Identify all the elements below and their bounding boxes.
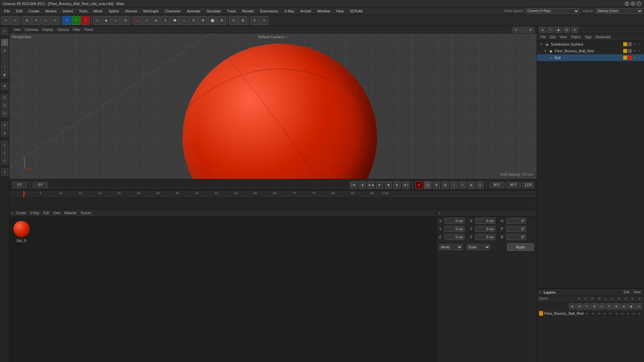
mat-menu-create[interactable]: Create bbox=[15, 210, 28, 216]
tc-record[interactable]: ● bbox=[415, 181, 423, 189]
tc-keyframe[interactable]: ◎ bbox=[424, 181, 431, 189]
obj-icon-3[interactable]: ◉ bbox=[555, 27, 562, 33]
menu-volume[interactable]: Volume bbox=[122, 8, 140, 14]
layer-ctrl-8[interactable]: ★ bbox=[621, 303, 627, 309]
coord-input-x[interactable] bbox=[444, 218, 465, 224]
layer-ctrl-4[interactable]: ⊞ bbox=[591, 303, 598, 309]
coord-input-z2[interactable] bbox=[475, 234, 495, 240]
menu-extensions[interactable]: Extensions bbox=[258, 8, 281, 14]
toolbar-z-axis[interactable]: Z bbox=[81, 16, 90, 25]
tc-vray1[interactable]: ◈ bbox=[468, 181, 475, 189]
layer-ctrl-10[interactable]: ⊙ bbox=[635, 303, 642, 309]
material-ball[interactable] bbox=[13, 221, 30, 237]
menu-mesh[interactable]: Mesh bbox=[91, 8, 105, 14]
max-frame-input[interactable] bbox=[522, 182, 534, 188]
obj-item-ball-red[interactable]: ▼ ◉ Flexi_Bouncy_Ball_Red ✕ ✕ bbox=[537, 48, 644, 54]
scale-dropdown[interactable]: Scale bbox=[467, 244, 490, 250]
mat-menu-vray[interactable]: V-Ray bbox=[29, 210, 41, 216]
obj-menu-edit[interactable]: Edit bbox=[548, 35, 557, 40]
maximize-button[interactable]: □ bbox=[631, 1, 635, 6]
toolbar-plugin4[interactable]: ✦ bbox=[161, 16, 170, 25]
left-btn-edges[interactable]: ⌇ bbox=[1, 63, 8, 70]
mat-menu-edit[interactable]: Edit bbox=[42, 210, 50, 216]
coord-input-b[interactable] bbox=[506, 234, 526, 240]
obj-menu-file[interactable]: File bbox=[539, 35, 547, 40]
toolbar-plugin2[interactable]: ⬡ bbox=[142, 16, 151, 25]
toolbar-x-axis[interactable]: X bbox=[62, 16, 71, 25]
layer-l-1[interactable]: ● bbox=[608, 312, 612, 315]
mat-menu-texture[interactable]: Texture bbox=[79, 210, 93, 216]
end-frame-input[interactable] bbox=[489, 182, 504, 188]
menu-modes[interactable]: Modes bbox=[43, 8, 59, 14]
left-btn-s3[interactable]: Ⓢ bbox=[1, 110, 8, 117]
menu-character[interactable]: Character bbox=[162, 8, 183, 14]
menu-mograph[interactable]: MoGraph bbox=[141, 8, 161, 14]
menu-arnold[interactable]: Arnold bbox=[298, 8, 314, 14]
vp-icon-2[interactable]: ↕ bbox=[520, 27, 527, 33]
tc-timeline2[interactable]: ≡ bbox=[459, 181, 466, 189]
obj-icon-2[interactable]: ✎ bbox=[547, 27, 554, 33]
layer-a-1[interactable]: ● bbox=[614, 312, 619, 315]
obj-menu-object[interactable]: Object bbox=[570, 35, 582, 40]
left-btn-paint[interactable]: ⊗ bbox=[1, 121, 8, 129]
toolbar-plugin8[interactable]: ✿ bbox=[199, 16, 207, 25]
material-hamburger[interactable]: ≡ bbox=[11, 211, 13, 215]
toolbar-plugin7[interactable]: ⊕ bbox=[189, 16, 198, 25]
obj-icon-5[interactable]: ★ bbox=[571, 27, 578, 33]
coords-hamburger[interactable]: ≡ bbox=[438, 211, 440, 215]
tc-goto-start[interactable]: |◄ bbox=[350, 181, 357, 189]
toolbar-redo[interactable]: ↪ bbox=[11, 16, 19, 25]
start-frame-input[interactable] bbox=[33, 182, 48, 188]
tc-goto-end[interactable]: ►| bbox=[402, 181, 410, 189]
menu-edit[interactable]: Edit bbox=[13, 8, 25, 14]
current-frame-input[interactable] bbox=[12, 182, 27, 188]
tc-prev-frame[interactable]: ◄ bbox=[359, 181, 366, 189]
menu-create[interactable]: Create bbox=[26, 8, 42, 14]
layer-r-1[interactable]: ● bbox=[596, 312, 601, 315]
tc-stop[interactable]: ■ bbox=[385, 181, 392, 189]
vp-menu-view[interactable]: View bbox=[12, 27, 22, 32]
coord-input-y[interactable] bbox=[444, 226, 465, 232]
minimize-button[interactable]: ─ bbox=[625, 1, 629, 6]
left-btn-model[interactable]: ◻ bbox=[1, 39, 8, 46]
playhead[interactable] bbox=[23, 191, 24, 198]
viewport[interactable]: Perspective Default Camera ☆ Grid Spacin… bbox=[9, 34, 537, 179]
toolbar-rotate[interactable]: ↻ bbox=[51, 16, 59, 25]
menu-tools[interactable]: Tools bbox=[76, 8, 90, 14]
menu-3dtoall[interactable]: 3DToAll bbox=[347, 8, 365, 14]
layer-ctrl-9[interactable]: ◉ bbox=[628, 303, 635, 309]
layer-e-1[interactable]: ● bbox=[632, 312, 636, 315]
toolbar-plugin6[interactable]: ◇ bbox=[180, 16, 189, 25]
toolbar-object[interactable]: ◻ bbox=[93, 16, 102, 25]
left-btn-layers1[interactable]: ≡ bbox=[1, 141, 8, 148]
world-dropdown[interactable]: World Object bbox=[439, 244, 463, 250]
obj-menu-view[interactable]: View bbox=[558, 35, 568, 40]
fps-input[interactable] bbox=[506, 182, 521, 188]
toolbar-plugin1[interactable]: ◎ bbox=[133, 16, 142, 25]
toolbar-camera[interactable]: ⊙ bbox=[250, 16, 259, 25]
vp-icon-1[interactable]: ⊡ bbox=[513, 27, 519, 33]
toolbar-undo[interactable]: ↩ bbox=[1, 16, 10, 25]
coord-input-z[interactable] bbox=[444, 234, 465, 240]
layer-ctrl-1[interactable]: ◈ bbox=[569, 303, 576, 309]
menu-window[interactable]: Window bbox=[314, 8, 333, 14]
layer-ctrl-7[interactable]: ⊠ bbox=[613, 303, 620, 309]
layer-ctrl-6[interactable]: ✎ bbox=[606, 303, 612, 309]
layers-menu-edit[interactable]: Edit bbox=[622, 290, 631, 295]
tc-play-reverse[interactable]: ◄◄ bbox=[367, 181, 375, 189]
coord-input-y2[interactable] bbox=[475, 226, 495, 232]
menu-track[interactable]: Track bbox=[224, 8, 239, 14]
vp-icon-3[interactable]: ⊞ bbox=[527, 27, 534, 33]
left-btn-s1[interactable]: Ⓢ bbox=[1, 94, 8, 101]
toolbar-move[interactable]: ✛ bbox=[32, 16, 41, 25]
obj-icon-1[interactable]: ◈ bbox=[539, 27, 546, 33]
left-btn-modes[interactable]: ≡ bbox=[1, 27, 8, 35]
vp-menu-cameras[interactable]: Cameras bbox=[23, 27, 40, 32]
left-btn-points[interactable]: ◦ bbox=[1, 55, 8, 62]
obj-item-ball[interactable]: ○ Ball ✕ ✕ bbox=[537, 54, 644, 61]
layer-g-1[interactable]: ● bbox=[620, 312, 624, 315]
layer-v-1[interactable]: ● bbox=[591, 312, 595, 315]
vp-menu-display[interactable]: Display bbox=[41, 27, 55, 32]
layer-item-1[interactable]: Flexi_Bouncy_Ball_Red ● ● ● ● ● ● ● ● ● … bbox=[537, 310, 644, 316]
obj-icon-4[interactable]: ⊞ bbox=[563, 27, 570, 33]
